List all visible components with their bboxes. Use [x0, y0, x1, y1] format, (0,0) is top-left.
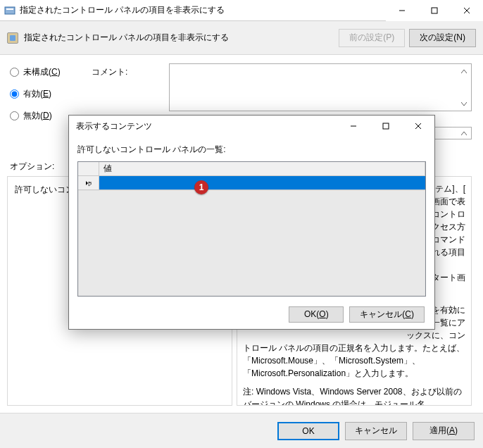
ok-button[interactable]: OK: [277, 422, 339, 440]
dialog-maximize-button[interactable]: [370, 116, 402, 137]
dialog-list-label: 許可しないコントロール パネルの一覧:: [77, 144, 426, 156]
main-titlebar: 指定されたコントロール パネルの項目を非表示にする: [0, 0, 483, 21]
comment-scroll-down-icon[interactable]: [458, 98, 470, 109]
radio-enabled[interactable]: 有効(E): [10, 88, 80, 100]
dialog-titlebar: 表示するコンテンツ: [69, 116, 434, 137]
dialog-close-button[interactable]: [402, 116, 434, 137]
close-button[interactable]: [451, 0, 483, 21]
grid-corner-cell: [78, 162, 99, 175]
grid-active-cell[interactable]: [99, 176, 425, 190]
dialog-body: 許可しないコントロール パネルの一覧: 値: [69, 137, 434, 299]
radio-not-configured[interactable]: 未構成(C): [10, 66, 80, 78]
values-grid[interactable]: 値: [77, 161, 426, 297]
svg-rect-3: [432, 8, 437, 13]
svg-rect-7: [383, 123, 389, 129]
main-footer: OK キャンセル 適用(A): [0, 413, 483, 448]
apply-button[interactable]: 適用(A): [413, 422, 475, 440]
dialog-title: 表示するコンテンツ: [76, 120, 337, 132]
grid-new-row[interactable]: [78, 176, 425, 190]
comment-scroll-up-icon[interactable]: [458, 66, 470, 77]
help-fragment: ックスに、コン: [243, 329, 465, 342]
radio-enabled-input[interactable]: [10, 89, 19, 99]
policy-icon: [7, 32, 18, 44]
policy-title: 指定されたコントロール パネルの項目を非表示にする: [24, 32, 334, 44]
grid-row-indicator: [78, 176, 99, 190]
cancel-button[interactable]: キャンセル: [345, 422, 407, 440]
svg-rect-0: [5, 7, 15, 14]
main-window-title: 指定されたコントロール パネルの項目を非表示にする: [20, 4, 386, 16]
grid-column-header-value[interactable]: 値: [99, 162, 425, 175]
dialog-cancel-button[interactable]: キャンセル(C): [349, 306, 425, 323]
radio-disabled-label: 無効(D): [23, 110, 52, 122]
options-label: オプション:: [10, 161, 54, 173]
help-paragraph-2: 注: Windows Vista、Windows Server 2008、および…: [243, 385, 465, 406]
radio-not-configured-input[interactable]: [10, 68, 19, 77]
app-icon: [4, 5, 15, 16]
help-paragraph-1: トロール パネルの項目の正規名を入力します。たとえば、「Microsoft.Mo…: [243, 342, 465, 380]
annotation-marker-1: 1: [194, 180, 208, 194]
grid-empty-area: [79, 191, 425, 295]
dialog-footer: OK(O) キャンセル(C): [69, 299, 434, 329]
svg-rect-1: [6, 8, 13, 10]
radio-enabled-label: 有効(E): [23, 88, 51, 100]
radio-not-configured-label: 未構成(C): [23, 66, 61, 78]
next-setting-button[interactable]: 次の設定(N): [409, 29, 476, 47]
dialog-ok-button[interactable]: OK(O): [289, 306, 344, 323]
maximize-button[interactable]: [418, 0, 451, 21]
supported-scroll-up-icon[interactable]: [458, 128, 470, 138]
comment-textarea[interactable]: [169, 63, 472, 111]
grid-header-row: 値: [78, 162, 425, 176]
minimize-button[interactable]: [386, 0, 418, 21]
show-contents-dialog: 表示するコンテンツ 許可しないコントロール パネルの一覧: 値 OK(O) キャ…: [68, 115, 435, 330]
comment-label: コメント:: [92, 66, 127, 78]
svg-marker-10: [86, 181, 88, 185]
dialog-minimize-button[interactable]: [337, 116, 370, 137]
previous-setting-button[interactable]: 前の設定(P): [339, 29, 405, 47]
policy-header: 指定されたコントロール パネルの項目を非表示にする 前の設定(P) 次の設定(N…: [0, 21, 483, 55]
radio-disabled-input[interactable]: [10, 111, 19, 120]
